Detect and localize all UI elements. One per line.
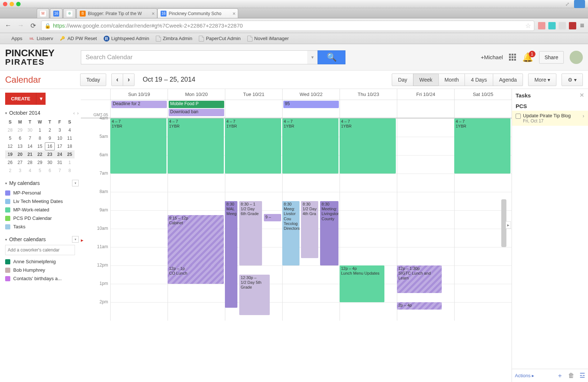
tab-close-icon[interactable]: × bbox=[233, 11, 236, 17]
hour-cell[interactable] bbox=[397, 210, 454, 229]
mini-day[interactable]: 26 bbox=[5, 158, 15, 167]
mini-day[interactable]: 16 bbox=[45, 142, 55, 150]
pinned-tab-gmail[interactable]: M bbox=[37, 8, 49, 18]
hour-cell[interactable] bbox=[282, 174, 340, 192]
calendar-grid[interactable]: Sun 10/19Mon 10/20Tue 10/21Wed 10/22Thu … bbox=[81, 89, 512, 382]
bookmark-item[interactable]: Apps bbox=[4, 36, 22, 42]
mini-day[interactable]: 9 bbox=[45, 134, 55, 142]
mini-day[interactable]: 30 bbox=[45, 158, 55, 167]
chrome-menu-icon[interactable]: ≡ bbox=[580, 21, 584, 30]
hour-cell[interactable] bbox=[454, 265, 512, 284]
hour-cell[interactable] bbox=[340, 302, 397, 321]
calendar-event[interactable]: 4 – 71YBR bbox=[282, 118, 338, 174]
user-avatar[interactable] bbox=[570, 51, 583, 64]
tasks-close-icon[interactable]: ✕ bbox=[580, 92, 584, 99]
hour-cell[interactable] bbox=[340, 247, 397, 265]
mini-day[interactable]: 30 bbox=[25, 126, 35, 134]
hour-grid[interactable]: 4am5am6am7am8am9am10am11am12pm1pm2pm4 – … bbox=[81, 118, 512, 321]
calendar-event[interactable]: 8:30Meeg: Livstor Cou Tecolog Directors bbox=[282, 201, 300, 265]
hour-cell[interactable] bbox=[168, 174, 225, 192]
hour-cell[interactable] bbox=[397, 155, 454, 174]
view-4-days[interactable]: 4 Days bbox=[465, 74, 493, 86]
calendar-event[interactable]: 12p – 1pCO Lunch bbox=[168, 265, 224, 284]
allday-cell[interactable] bbox=[340, 100, 397, 118]
allday-event[interactable]: Mobile Food P bbox=[169, 101, 224, 108]
extension-icon[interactable] bbox=[538, 22, 545, 29]
mini-day[interactable]: 3 bbox=[55, 126, 65, 134]
mini-day[interactable]: 23 bbox=[45, 150, 55, 158]
allday-event[interactable]: Deadline for 2 bbox=[111, 101, 167, 108]
mini-day[interactable]: 29 bbox=[35, 158, 45, 167]
mini-day[interactable]: 13 bbox=[15, 142, 25, 150]
day-header[interactable]: Sun 10/19 bbox=[110, 89, 168, 100]
add-task-icon[interactable]: ＋ bbox=[557, 371, 563, 380]
allday-cell[interactable]: Mobile Food PDownload ban bbox=[168, 100, 225, 118]
hour-cell[interactable] bbox=[454, 247, 512, 265]
mini-day[interactable]: 11 bbox=[65, 134, 75, 142]
hour-cell[interactable] bbox=[225, 174, 282, 192]
mini-day[interactable]: 24 bbox=[55, 150, 65, 158]
day-header[interactable]: Tue 10/21 bbox=[225, 89, 282, 100]
my-calendars-header[interactable]: ▾My calendars ▾ bbox=[5, 180, 79, 186]
create-dropdown[interactable]: ▼ bbox=[36, 93, 46, 105]
search-input[interactable]: Search Calendar bbox=[81, 50, 307, 64]
calendar-event[interactable]: 2p – 4p bbox=[397, 302, 442, 310]
tasks-actions-button[interactable]: Actions ▸ bbox=[515, 373, 534, 378]
calendar-item[interactable]: Bob Humphrey bbox=[5, 266, 79, 274]
calendar-event[interactable]: 9 – bbox=[264, 214, 281, 221]
notifications-bell-icon[interactable]: 🔔1 bbox=[522, 52, 533, 63]
bookmark-item[interactable]: RLightspeed Admin bbox=[104, 36, 149, 42]
mini-day[interactable]: 4 bbox=[65, 126, 75, 134]
allday-row[interactable]: GMT-05Deadline for 2Mobile Food PDownloa… bbox=[81, 100, 512, 118]
mini-day[interactable]: 7 bbox=[25, 134, 35, 142]
extension-icon[interactable] bbox=[548, 22, 556, 29]
task-arrow-icon[interactable]: › bbox=[582, 113, 584, 119]
hour-cell[interactable] bbox=[340, 192, 397, 210]
mac-close[interactable] bbox=[3, 2, 7, 6]
hour-cell[interactable] bbox=[397, 174, 454, 192]
forward-button[interactable]: → bbox=[16, 21, 25, 30]
search-button[interactable]: 🔍 bbox=[318, 50, 345, 64]
calendar-event[interactable]: 4 – 71YBR bbox=[454, 118, 510, 174]
hour-cell[interactable] bbox=[282, 265, 340, 284]
mini-day[interactable]: 1 bbox=[35, 126, 45, 134]
calendar-item[interactable]: Tasks bbox=[5, 222, 79, 231]
hour-cell[interactable] bbox=[110, 284, 168, 302]
mini-day[interactable]: 7 bbox=[55, 167, 65, 175]
bookmark-item[interactable]: PaperCut Admin bbox=[199, 36, 241, 42]
view-agenda[interactable]: Agenda bbox=[493, 74, 523, 86]
plus-name[interactable]: +Michael bbox=[481, 54, 503, 60]
mini-day[interactable]: 10 bbox=[55, 134, 65, 142]
hour-cell[interactable] bbox=[454, 174, 512, 192]
hour-cell[interactable] bbox=[168, 302, 225, 321]
mini-day[interactable]: 8 bbox=[35, 134, 45, 142]
hour-cell[interactable] bbox=[397, 118, 454, 137]
allday-cell[interactable] bbox=[454, 100, 512, 118]
hour-cell[interactable] bbox=[454, 284, 512, 302]
task-checkbox[interactable] bbox=[516, 114, 521, 119]
hour-cell[interactable] bbox=[282, 302, 340, 321]
day-header[interactable]: Fri 10/24 bbox=[397, 89, 454, 100]
mini-day[interactable]: 5 bbox=[5, 134, 15, 142]
allday-cell[interactable] bbox=[397, 100, 454, 118]
bookmark-item[interactable]: Zimbra Admin bbox=[156, 36, 192, 42]
mini-day[interactable]: 5 bbox=[35, 167, 45, 175]
mac-zoom[interactable] bbox=[16, 2, 21, 6]
calendar-item[interactable]: PCS PD Calendar bbox=[5, 214, 79, 222]
allday-cell[interactable]: 95 bbox=[282, 100, 340, 118]
hour-cell[interactable] bbox=[454, 302, 512, 321]
mini-day[interactable]: 12 bbox=[5, 142, 15, 150]
mini-month-header[interactable]: ▾ October 2014 ‹› bbox=[5, 110, 79, 116]
settings-gear-button[interactable]: ⚙ ▾ bbox=[562, 74, 583, 86]
day-header[interactable]: Thu 10/23 bbox=[340, 89, 397, 100]
calendar-event[interactable]: 4 – 71YBR bbox=[110, 118, 166, 174]
calendar-item[interactable]: Contacts' birthdays a... bbox=[5, 274, 79, 283]
calendar-event[interactable]: 9:15 – 12pCabinet bbox=[168, 215, 224, 266]
calendar-event[interactable]: 12p – 1:30pSIGTC Lunch and Learn bbox=[397, 265, 442, 293]
hour-cell[interactable] bbox=[168, 284, 225, 302]
mini-day[interactable]: 22 bbox=[35, 150, 45, 158]
mini-day[interactable]: 2 bbox=[45, 126, 55, 134]
mini-day[interactable]: 20 bbox=[15, 150, 25, 158]
hour-cell[interactable] bbox=[110, 247, 168, 265]
more-button[interactable]: More ▾ bbox=[528, 74, 556, 86]
